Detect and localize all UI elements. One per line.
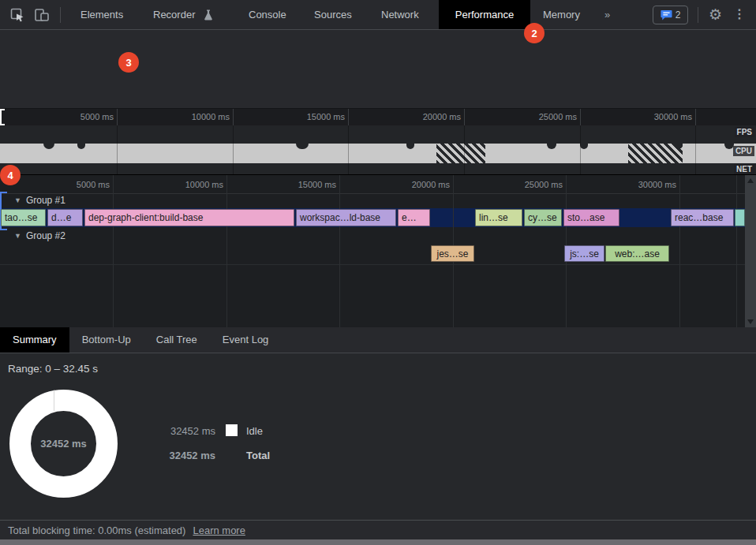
overview-tick-label: 20000 ms	[406, 112, 461, 121]
cpu-busy-region	[436, 144, 485, 163]
total-blocking-time-text: Total blocking time: 0.00ms (estimated)	[8, 524, 185, 536]
event-bar[interactable]: e…	[398, 209, 430, 226]
timeline-tick-label: 25000 ms	[507, 180, 563, 189]
overview-tick	[580, 109, 581, 125]
idle-label: Idle	[246, 425, 263, 437]
flame-chart[interactable]: ▼Group #1 ▼Group #2 5000 ms10000 ms15000…	[0, 175, 756, 327]
event-bar[interactable]: reac…base	[671, 209, 734, 226]
detail-tab-bar: SummaryBottom-UpCall TreeEvent Log	[0, 327, 756, 353]
tab-network[interactable]: Network	[381, 0, 419, 29]
tab-sources[interactable]: Sources	[314, 0, 352, 29]
window-bottom-strip	[0, 539, 756, 545]
cpu-lane	[0, 144, 756, 163]
overview-tick-label: 5000 ms	[58, 112, 114, 121]
timeline-gridline	[339, 175, 340, 327]
timeline-tick-label: 30000 ms	[621, 180, 676, 189]
event-bar[interactable]: workspac…ld-base	[296, 209, 396, 226]
overview-tick	[233, 109, 234, 125]
track-divider	[0, 264, 745, 265]
more-tabs-chevron[interactable]: »	[604, 0, 610, 29]
event-bar[interactable]: sto…ase	[563, 209, 619, 226]
detail-tab-bottom-up[interactable]: Bottom-Up	[69, 327, 144, 353]
tab-elements[interactable]: Elements	[80, 0, 123, 29]
overview-tick-line	[464, 125, 465, 174]
overview-tick-line	[580, 125, 581, 174]
overview-tick-label: 25000 ms	[522, 112, 577, 121]
overview-tick-label: 30000 ms	[637, 112, 692, 121]
issues-counter[interactable]: 2	[653, 6, 688, 24]
fps-lane	[0, 125, 756, 144]
learn-more-link[interactable]: Learn more	[193, 524, 245, 536]
status-bar: Total blocking time: 0.00ms (estimated) …	[0, 520, 756, 539]
timeline-gridline	[679, 175, 680, 327]
vertical-scrollbar[interactable]	[745, 175, 756, 327]
annotation-badge-2: 2	[524, 23, 545, 43]
settings-gear-icon[interactable]: ⚙	[709, 7, 722, 22]
event-bar[interactable]: tao…se	[1, 209, 46, 226]
devtools-tab-bar: ElementsRecorderConsoleSourcesNetworkPer…	[0, 0, 756, 30]
detail-tab-event-log[interactable]: Event Log	[210, 327, 282, 353]
donut-total-label: 32452 ms	[9, 390, 118, 498]
timeline-overview[interactable]: FPS CPU NET 5000 ms10000 ms15000 ms20000…	[0, 109, 756, 175]
event-bar[interactable]: dep-graph-client:build-base	[84, 209, 294, 226]
event-bar[interactable]: cy…se	[524, 209, 562, 226]
cpu-dip-notch	[406, 144, 414, 149]
overview-tick	[117, 109, 118, 125]
cpu-dip-notch	[580, 144, 588, 149]
range-label: Range: 0 – 32.45 s	[8, 363, 98, 375]
fps-lane-label: FPS	[735, 127, 754, 137]
device-toolbar-icon[interactable]	[33, 7, 51, 23]
overview-tick	[464, 109, 465, 125]
scroll-up-icon[interactable]	[747, 178, 754, 183]
cpu-dip-notch	[43, 144, 54, 149]
capture-options-row-1: Disable JavaScript samples Network: No t…	[0, 59, 756, 84]
overview-tick-line	[695, 125, 696, 174]
timeline-gridline	[736, 175, 737, 327]
total-label: Total	[246, 450, 270, 461]
ruler-separator	[0, 193, 745, 194]
timeline-tick-label: 10000 ms	[168, 180, 223, 189]
capture-options-row-2: Enable advanced paint instrumentation (s…	[0, 84, 756, 109]
overview-tick	[695, 109, 696, 125]
overview-tick-label: 10000 ms	[174, 112, 230, 121]
devtools-window: ElementsRecorderConsoleSourcesNetworkPer…	[0, 0, 756, 545]
group-2-header[interactable]: ▼Group #2	[14, 230, 65, 241]
tab-console[interactable]: Console	[249, 0, 286, 29]
event-bar[interactable]	[735, 209, 745, 226]
messages-icon	[661, 9, 672, 21]
divider	[698, 7, 698, 23]
annotation-badge-3: 3	[118, 52, 139, 73]
timeline-tick-label: 15000 ms	[281, 180, 336, 189]
summary-pane: Range: 0 – 32.45 s 32452 ms 32452 ms Idl…	[0, 353, 756, 520]
issues-count: 2	[676, 9, 681, 21]
event-bar[interactable]: js:…se	[564, 245, 604, 262]
event-bar[interactable]: lin…se	[475, 209, 522, 226]
recorder-experiment-flask-icon	[202, 9, 215, 21]
group-1-header[interactable]: ▼Group #1	[14, 195, 65, 206]
collapse-triangle-icon: ▼	[14, 232, 21, 240]
overview-left-grip[interactable]	[0, 109, 5, 125]
event-bar[interactable]: jes…se	[431, 245, 474, 262]
tab-recorder[interactable]: Recorder	[153, 0, 195, 29]
net-lane-label: NET	[734, 164, 754, 174]
three-dot-menu-icon[interactable]: ⋮	[733, 6, 746, 21]
tab-memory[interactable]: Memory	[543, 0, 580, 29]
scroll-down-icon[interactable]	[747, 319, 754, 324]
idle-swatch	[226, 424, 238, 436]
idle-value: 32452 ms	[152, 425, 215, 437]
inspect-element-icon[interactable]	[9, 7, 25, 23]
performance-toolbar: #4 ▼ ScreenshotsMemoryWeb Vitals ⚙	[0, 30, 756, 59]
overview-tick-line	[117, 125, 118, 174]
overview-tick-label: 15000 ms	[290, 112, 345, 121]
overview-tick-line	[233, 125, 234, 174]
event-bar[interactable]: web:…ase	[605, 245, 669, 262]
detail-tab-call-tree[interactable]: Call Tree	[144, 327, 210, 353]
divider	[60, 7, 61, 23]
tab-performance[interactable]: Performance	[439, 0, 530, 29]
detail-tab-summary[interactable]: Summary	[0, 327, 69, 353]
overview-tick	[348, 109, 349, 125]
net-lane	[0, 163, 756, 174]
overview-tick-line	[348, 125, 349, 174]
event-bar[interactable]: d…e	[47, 209, 83, 226]
collapse-triangle-icon: ▼	[14, 196, 21, 204]
